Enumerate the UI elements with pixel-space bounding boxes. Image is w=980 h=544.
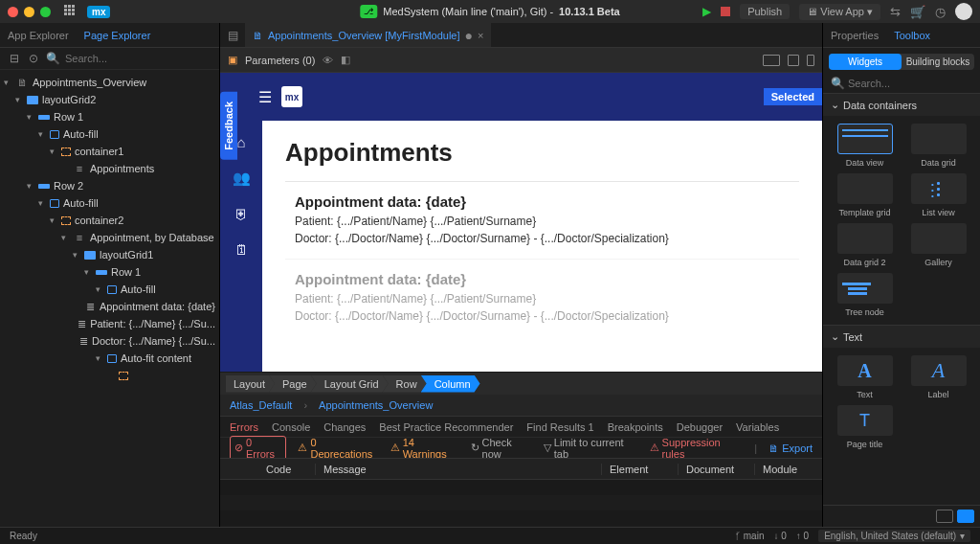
tree-row[interactable]: ▾🗎Appointments_Overview bbox=[0, 74, 219, 91]
tab-app-explorer[interactable]: App Explorer bbox=[0, 25, 77, 46]
tree-row[interactable]: ▾Row 1 bbox=[0, 263, 219, 281]
tree-row[interactable]: ≣Patient: {.../Name} {.../Su... bbox=[0, 315, 219, 332]
home-icon[interactable]: ⌂ bbox=[236, 134, 245, 150]
close-tab-icon[interactable]: × bbox=[478, 30, 483, 41]
tree-row[interactable]: ▾Auto-fill bbox=[0, 194, 219, 212]
col-element[interactable]: Element bbox=[602, 464, 679, 475]
viewport-desktop-icon[interactable] bbox=[763, 55, 780, 66]
breadcrumb-item[interactable]: Column bbox=[421, 375, 480, 393]
visibility-icon[interactable]: 👁 bbox=[323, 55, 333, 66]
breadcrumb-item[interactable]: Layout bbox=[226, 375, 275, 393]
view-grid-icon[interactable] bbox=[957, 510, 974, 523]
widget-tree-node[interactable]: Tree node bbox=[831, 273, 899, 317]
shield-icon[interactable]: ⛨ bbox=[234, 206, 249, 222]
section-text[interactable]: ⌄ Text bbox=[823, 326, 980, 348]
bottom-tab[interactable]: Best Practice Recommender bbox=[379, 421, 513, 433]
list-item-card[interactable]: Appointment data: {date}Patient: {.../Pa… bbox=[285, 181, 799, 259]
editor-tab[interactable]: 🗎 Appointments_Overview [MyFirstModule] … bbox=[245, 23, 491, 47]
mode-widgets[interactable]: Widgets bbox=[829, 54, 902, 70]
canvas[interactable]: Feedback ☰ mx Selected ⌂ 👥 ⛨ 🗓 Appointme… bbox=[220, 73, 822, 372]
editor-menu-icon[interactable]: ▤ bbox=[220, 29, 245, 42]
parameters-label[interactable]: Parameters (0) bbox=[245, 55, 315, 66]
suppression-button[interactable]: ⚠ Suppression rules bbox=[650, 437, 744, 460]
widget-data-view[interactable]: Data view bbox=[831, 124, 899, 168]
page-link[interactable]: Appointments_Overview bbox=[319, 399, 433, 411]
col-code[interactable]: Code bbox=[258, 464, 316, 475]
tree-row[interactable]: ▾Auto-fit content bbox=[0, 350, 219, 367]
tree-row[interactable]: ▾layoutGrid1 bbox=[0, 246, 219, 263]
bottom-tab[interactable]: Find Results 1 bbox=[526, 421, 593, 433]
link-icon[interactable]: ⇆ bbox=[890, 5, 901, 19]
target-icon[interactable]: ⊙ bbox=[27, 52, 40, 65]
deprecations-count[interactable]: ⚠ 0 Deprecations bbox=[298, 437, 378, 460]
bottom-tab[interactable]: Changes bbox=[323, 421, 366, 433]
widget-data-grid-2[interactable]: Data grid 2 bbox=[831, 223, 899, 267]
notification-icon[interactable]: ◷ bbox=[935, 5, 946, 19]
limit-tab-button[interactable]: ▽ Limit to current tab bbox=[544, 437, 638, 460]
tree-row[interactable]: ▾Row 2 bbox=[0, 177, 219, 194]
widget-data-grid[interactable]: Data grid bbox=[904, 124, 972, 168]
apps-grid-icon[interactable] bbox=[64, 5, 78, 18]
widget-gallery[interactable]: Gallery bbox=[904, 223, 972, 267]
bottom-tab[interactable]: Console bbox=[272, 421, 310, 433]
viewport-tablet-icon[interactable] bbox=[788, 55, 799, 66]
tree-row[interactable]: ≣Appointment data: {date} bbox=[0, 298, 219, 315]
widget-text[interactable]: AText bbox=[831, 355, 899, 399]
section-data-containers[interactable]: ⌄ Data containers bbox=[823, 94, 980, 116]
maximize-window-icon[interactable] bbox=[40, 7, 51, 17]
tree-row[interactable]: ▾layoutGrid2 bbox=[0, 91, 219, 108]
widget-template-grid[interactable]: Template grid bbox=[831, 173, 899, 217]
tree-row[interactable]: ▾Row 1 bbox=[0, 108, 219, 125]
tree-row[interactable]: ≡Appointments bbox=[0, 160, 219, 177]
hamburger-icon[interactable]: ☰ bbox=[258, 88, 272, 106]
tree-row[interactable]: ≣Doctor: {.../Name} {.../Su... bbox=[0, 332, 219, 350]
col-module[interactable]: Module bbox=[755, 464, 822, 475]
minimize-window-icon[interactable] bbox=[24, 7, 34, 17]
tree-row[interactable]: ▾container1 bbox=[0, 143, 219, 160]
tab-toolbox[interactable]: Toolbox bbox=[886, 25, 938, 46]
tree-row[interactable]: ▾Auto-fill bbox=[0, 125, 219, 143]
collapse-icon[interactable]: ⊟ bbox=[8, 52, 21, 65]
widget-list-view[interactable]: List view bbox=[904, 173, 972, 217]
bottom-tab[interactable]: Variables bbox=[736, 421, 779, 433]
widget-page-title[interactable]: TPage title bbox=[831, 405, 899, 449]
breadcrumb-item[interactable]: Page bbox=[269, 375, 317, 393]
users-icon[interactable]: 👥 bbox=[233, 170, 251, 187]
bottom-tab[interactable]: Debugger bbox=[677, 421, 723, 433]
bottom-tab[interactable]: Breakpoints bbox=[608, 421, 663, 433]
errors-count[interactable]: ⊘ 0 Errors bbox=[230, 436, 286, 461]
layout-link[interactable]: Atlas_Default bbox=[230, 399, 292, 411]
tree-row[interactable]: ▾container2 bbox=[0, 212, 219, 229]
view-list-icon[interactable] bbox=[936, 510, 953, 523]
run-button[interactable]: ▶ bbox=[702, 5, 711, 18]
breadcrumb-item[interactable]: Row bbox=[383, 375, 427, 393]
tree-row[interactable] bbox=[0, 367, 219, 384]
publish-button[interactable]: Publish bbox=[740, 4, 790, 19]
widget-label[interactable]: ALabel bbox=[904, 355, 972, 399]
viewport-phone-icon[interactable] bbox=[807, 55, 814, 66]
tree-row[interactable]: ▾≡Appointment, by Database bbox=[0, 229, 219, 246]
calendar-icon[interactable]: 🗓 bbox=[234, 241, 249, 258]
col-message[interactable]: Message bbox=[316, 464, 602, 475]
tree-row[interactable]: ▾Auto-fill bbox=[0, 281, 219, 298]
list-item-card[interactable]: Appointment data: {date}Patient: {.../Pa… bbox=[285, 259, 799, 336]
warnings-count[interactable]: ⚠ 14 Warnings bbox=[390, 437, 459, 460]
col-document[interactable]: Document bbox=[679, 464, 755, 475]
breadcrumb-item[interactable]: Layout Grid bbox=[311, 375, 389, 393]
cart-icon[interactable]: 🛒 bbox=[910, 5, 925, 19]
export-button[interactable]: 🗎 Export bbox=[768, 442, 813, 454]
stop-button[interactable] bbox=[721, 7, 730, 16]
feedback-tab[interactable]: Feedback bbox=[220, 92, 237, 160]
toggle-icon[interactable]: ◧ bbox=[341, 54, 350, 66]
close-window-icon[interactable] bbox=[8, 7, 18, 17]
tab-page-explorer[interactable]: Page Explorer bbox=[77, 25, 159, 46]
explorer-search-input[interactable] bbox=[65, 53, 212, 64]
bottom-tab[interactable]: Errors bbox=[230, 421, 258, 433]
check-now-button[interactable]: ↻ Check now bbox=[471, 437, 532, 460]
mode-building-blocks[interactable]: Building blocks bbox=[902, 54, 974, 70]
view-app-button[interactable]: 🖥 View App ▾ bbox=[799, 4, 880, 20]
user-avatar[interactable] bbox=[955, 3, 972, 20]
outgoing-count[interactable]: ↑ 0 bbox=[796, 531, 809, 541]
branch-indicator[interactable]: ᚶ main bbox=[735, 531, 764, 541]
tab-properties[interactable]: Properties bbox=[823, 25, 886, 46]
